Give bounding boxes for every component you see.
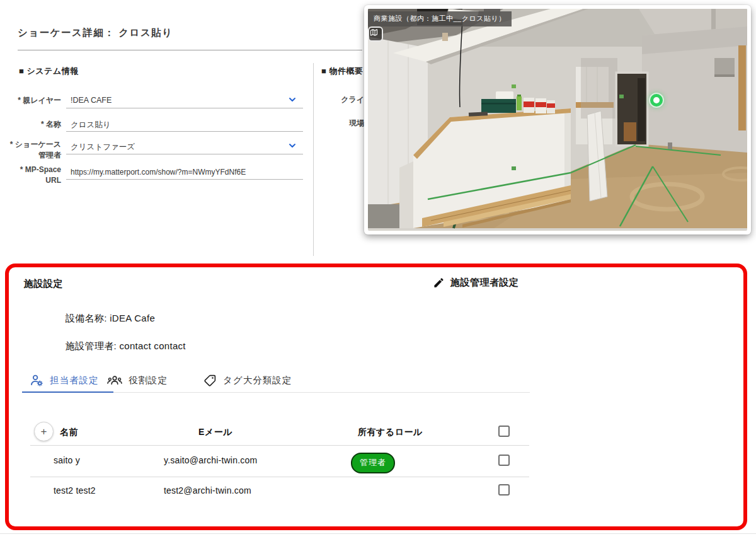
chevron-down-icon[interactable] (287, 141, 297, 151)
facility-tabs-bar: 担当者設定 役割設定 タグ大分類設定 (22, 368, 530, 393)
row-checkbox[interactable] (498, 484, 510, 496)
tab-staff-settings[interactable]: 担当者設定 (30, 368, 99, 392)
construction-site-photo[interactable]: 商業施設（都内：施工中__クロス貼り） (368, 9, 747, 231)
equipment-name-label: 設備名称: (66, 313, 107, 323)
map-icon[interactable] (368, 26, 383, 42)
field-underline (66, 108, 303, 108)
pencil-icon (433, 277, 445, 289)
cropped-ui-fragment (484, 9, 500, 16)
parent-layer-value[interactable]: !DEA CAFE (71, 96, 112, 105)
client-label: クライ (315, 95, 364, 105)
plus-icon: + (41, 426, 47, 438)
member-email: y.saito@archi-twin.com (164, 455, 257, 465)
showcase-manager-label-line2: 管理者 (0, 150, 61, 161)
tab-role-settings[interactable]: 役割設定 (107, 368, 168, 392)
facility-settings-title: 施設設定 (24, 278, 63, 290)
chevron-down-icon[interactable] (287, 95, 297, 105)
tab-tag-category-settings[interactable]: タグ大分類設定 (203, 368, 292, 392)
person-gear-icon (30, 374, 43, 387)
facility-admin-settings-label: 施設管理者設定 (450, 277, 519, 289)
showcase-detail-page: ショーケース詳細： クロス貼り ■ システム情報 * 親レイヤー !DEA CA… (0, 0, 756, 539)
field-underline (66, 179, 303, 180)
site-label: 現場 (315, 118, 364, 129)
select-all-checkbox[interactable] (498, 426, 510, 437)
mp-space-url-label: * MP-Space URL (0, 165, 61, 187)
name-label: * 名称 (0, 119, 61, 130)
row-checkbox[interactable] (498, 455, 510, 466)
photo-scene (368, 9, 747, 231)
showcase-manager-label-line1: * ショーケース (0, 139, 61, 150)
mp-space-label-line2: URL (0, 175, 61, 186)
facility-manager-line: 施設管理者: contact contact (66, 340, 186, 352)
matterport-tag-icon[interactable] (650, 94, 663, 107)
member-name: test2 test2 (54, 485, 96, 496)
matterport-photo-card[interactable]: 商業施設（都内：施工中__クロス貼り） (364, 5, 751, 235)
page-bottom-divider (0, 533, 756, 534)
parent-layer-label: * 親レイヤー (0, 95, 61, 106)
role-badge: 管理者 (351, 453, 395, 473)
member-name: saito y (54, 455, 80, 465)
column-header-email: Eメール (198, 427, 232, 438)
add-member-button[interactable]: + (34, 422, 54, 441)
name-value[interactable]: クロス貼り (71, 120, 111, 130)
equipment-name-line: 設備名称: iDEA Cafe (66, 313, 155, 325)
column-header-role: 所有するロール (358, 427, 423, 438)
tag-icon (203, 374, 217, 387)
field-underline (66, 131, 303, 132)
facility-manager-value: contact contact (119, 340, 185, 351)
section-divider (313, 63, 314, 256)
tab-role-settings-label: 役割設定 (129, 374, 168, 386)
tab-tag-category-settings-label: タグ大分類設定 (223, 374, 292, 386)
title-divider (18, 50, 362, 50)
facility-manager-label: 施設管理者: (66, 340, 117, 351)
mp-space-label-line1: * MP-Space (0, 165, 61, 175)
member-email: test2@archi-twin.com (164, 485, 251, 496)
active-tab-underline (22, 391, 113, 393)
table-divider (30, 477, 529, 477)
column-header-name: 名前 (60, 427, 78, 438)
table-divider (30, 445, 529, 446)
mp-space-url-value[interactable]: https://my.matterport.com/show/?m=NWmyYF… (71, 168, 246, 177)
field-underline (66, 154, 303, 154)
system-info-heading: ■ システム情報 (19, 66, 79, 77)
tab-staff-settings-label: 担当者設定 (50, 374, 99, 386)
annotation-red-box (5, 264, 747, 530)
facility-admin-settings-button[interactable]: 施設管理者設定 (433, 277, 519, 289)
equipment-name-value: iDEA Cafe (110, 313, 155, 323)
groups-icon (107, 374, 122, 386)
showcase-manager-value[interactable]: クリストファーズ (71, 142, 135, 153)
showcase-manager-label: * ショーケース 管理者 (0, 139, 61, 161)
property-overview-heading: ■ 物件概要 (321, 66, 363, 77)
page-title: ショーケース詳細： クロス貼り (18, 26, 173, 40)
